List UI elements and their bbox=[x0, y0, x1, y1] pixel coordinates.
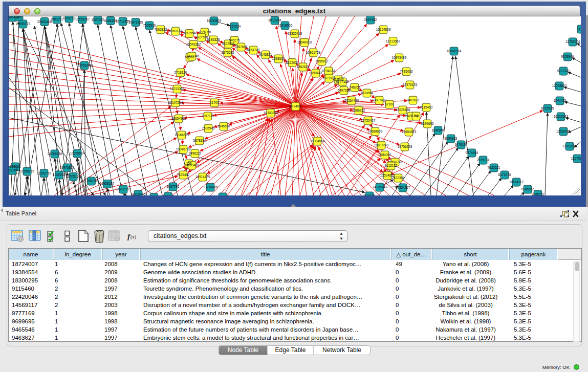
svg-text:5878334: 5878334 bbox=[193, 139, 206, 142]
svg-text:546275: 546275 bbox=[229, 38, 240, 42]
svg-text:20053346: 20053346 bbox=[77, 63, 92, 67]
svg-text:10688609: 10688609 bbox=[368, 129, 383, 133]
svg-text:1527602: 1527602 bbox=[92, 18, 104, 21]
svg-text:3912954: 3912954 bbox=[183, 31, 196, 35]
svg-text:17334267: 17334267 bbox=[396, 186, 410, 189]
svg-text:12213369: 12213369 bbox=[170, 87, 185, 91]
svg-text:19975867: 19975867 bbox=[60, 166, 75, 169]
svg-text:10653267: 10653267 bbox=[75, 17, 90, 21]
svg-text:9245652: 9245652 bbox=[521, 187, 534, 191]
svg-text:8813054: 8813054 bbox=[269, 18, 281, 22]
svg-text:20691406: 20691406 bbox=[37, 20, 52, 24]
svg-text:20364436: 20364436 bbox=[344, 99, 359, 102]
svg-text:9457791: 9457791 bbox=[167, 185, 180, 188]
svg-text:7485063: 7485063 bbox=[400, 70, 413, 73]
svg-text:13325419: 13325419 bbox=[288, 32, 302, 35]
svg-text:10025438: 10025438 bbox=[396, 108, 410, 112]
svg-text:199: 199 bbox=[16, 16, 22, 18]
svg-text:9777169: 9777169 bbox=[336, 80, 349, 83]
svg-text:12923446: 12923446 bbox=[131, 192, 146, 195]
svg-text:62160: 62160 bbox=[385, 102, 394, 106]
svg-text:8471676: 8471676 bbox=[498, 173, 511, 177]
svg-text:1615132: 1615132 bbox=[385, 164, 398, 167]
svg-text:7632621: 7632621 bbox=[488, 166, 500, 169]
svg-text:9463627: 9463627 bbox=[407, 98, 420, 102]
svg-text:19756928: 19756928 bbox=[398, 145, 412, 148]
svg-text:2522354: 2522354 bbox=[392, 176, 405, 180]
svg-text:19166829: 19166829 bbox=[175, 133, 189, 137]
svg-text:(x): (x) bbox=[130, 234, 137, 240]
svg-text:124509: 124509 bbox=[217, 195, 228, 195]
svg-text:13751074: 13751074 bbox=[565, 40, 580, 43]
svg-text:20055723: 20055723 bbox=[16, 22, 31, 26]
svg-text:12213967: 12213967 bbox=[386, 39, 401, 43]
svg-text:18807249: 18807249 bbox=[374, 143, 389, 147]
svg-text:10973493: 10973493 bbox=[392, 56, 407, 59]
svg-text:10671355: 10671355 bbox=[128, 20, 143, 24]
svg-text:12342737: 12342737 bbox=[37, 171, 52, 175]
svg-text:16154808: 16154808 bbox=[376, 28, 391, 31]
svg-text:10046788: 10046788 bbox=[176, 147, 191, 151]
svg-text:13692971: 13692971 bbox=[556, 129, 571, 133]
svg-text:10961758: 10961758 bbox=[306, 51, 321, 54]
svg-text:746266: 746266 bbox=[349, 85, 360, 89]
svg-text:13716485: 13716485 bbox=[203, 185, 218, 189]
svg-text:41700: 41700 bbox=[210, 101, 219, 104]
svg-text:8322037: 8322037 bbox=[286, 61, 299, 64]
svg-text:3267110: 3267110 bbox=[202, 114, 214, 118]
svg-text:8215955: 8215955 bbox=[541, 106, 554, 110]
svg-text:6479197: 6479197 bbox=[455, 143, 468, 146]
svg-text:10807487: 10807487 bbox=[372, 98, 387, 102]
svg-text:17359924: 17359924 bbox=[70, 151, 85, 155]
svg-text:7955812: 7955812 bbox=[316, 59, 329, 63]
svg-text:19384554: 19384554 bbox=[310, 139, 325, 143]
svg-text:7625402: 7625402 bbox=[177, 173, 190, 177]
svg-text:1145193: 1145193 bbox=[53, 173, 66, 177]
svg-text:9529946: 9529946 bbox=[561, 55, 574, 58]
svg-text:16210643: 16210643 bbox=[554, 115, 569, 118]
svg-text:9327508: 9327508 bbox=[222, 42, 235, 46]
svg-text:17957255: 17957255 bbox=[84, 179, 99, 183]
svg-text:8960124: 8960124 bbox=[169, 29, 182, 33]
svg-text:11124: 11124 bbox=[577, 27, 581, 31]
svg-text:2226058: 2226058 bbox=[199, 30, 211, 34]
svg-text:22420046: 22420046 bbox=[185, 54, 200, 58]
svg-text:6497568: 6497568 bbox=[338, 89, 351, 92]
svg-text:6794024: 6794024 bbox=[322, 69, 335, 73]
svg-text:941245: 941245 bbox=[364, 194, 375, 195]
svg-text:1545590: 1545590 bbox=[217, 124, 230, 128]
svg-text:84: 84 bbox=[414, 114, 418, 118]
svg-text:18724007: 18724007 bbox=[288, 104, 303, 108]
svg-text:10648784: 10648784 bbox=[447, 49, 462, 53]
svg-text:1362615: 1362615 bbox=[297, 65, 310, 69]
svg-text:8454749: 8454749 bbox=[247, 48, 260, 52]
svg-text:9327500: 9327500 bbox=[195, 35, 208, 39]
svg-text:11156829: 11156829 bbox=[20, 169, 34, 173]
svg-text:16914479: 16914479 bbox=[195, 175, 210, 179]
svg-text:12093822: 12093822 bbox=[552, 84, 567, 87]
svg-text:3875685: 3875685 bbox=[222, 51, 234, 54]
svg-text:12505135: 12505135 bbox=[66, 174, 81, 178]
svg-text:16107554: 16107554 bbox=[168, 101, 183, 104]
svg-text:7663822: 7663822 bbox=[155, 28, 167, 31]
svg-text:19654963: 19654963 bbox=[171, 117, 186, 120]
svg-text:9245012: 9245012 bbox=[532, 192, 545, 195]
svg-text:8990443: 8990443 bbox=[310, 71, 322, 75]
svg-text:2367608: 2367608 bbox=[235, 45, 248, 49]
svg-text:1244415: 1244415 bbox=[554, 99, 567, 102]
svg-text:10958107: 10958107 bbox=[100, 182, 115, 185]
svg-text:7535946: 7535946 bbox=[202, 126, 215, 130]
svg-text:14099489: 14099489 bbox=[185, 163, 200, 167]
svg-text:18300295: 18300295 bbox=[264, 111, 278, 115]
svg-text:16033809: 16033809 bbox=[207, 19, 222, 23]
svg-text:2687682: 2687682 bbox=[364, 18, 377, 21]
svg-text:1624554: 1624554 bbox=[361, 91, 374, 95]
svg-text:17010534: 17010534 bbox=[562, 144, 577, 148]
svg-text:10120746: 10120746 bbox=[388, 160, 403, 164]
svg-text:12975125: 12975125 bbox=[403, 83, 418, 86]
svg-text:7986322: 7986322 bbox=[353, 108, 365, 112]
svg-text:1640954: 1640954 bbox=[432, 128, 445, 132]
svg-text:2935114: 2935114 bbox=[477, 158, 490, 162]
svg-text:8593923: 8593923 bbox=[445, 137, 458, 140]
svg-text:393154: 393154 bbox=[9, 168, 18, 172]
